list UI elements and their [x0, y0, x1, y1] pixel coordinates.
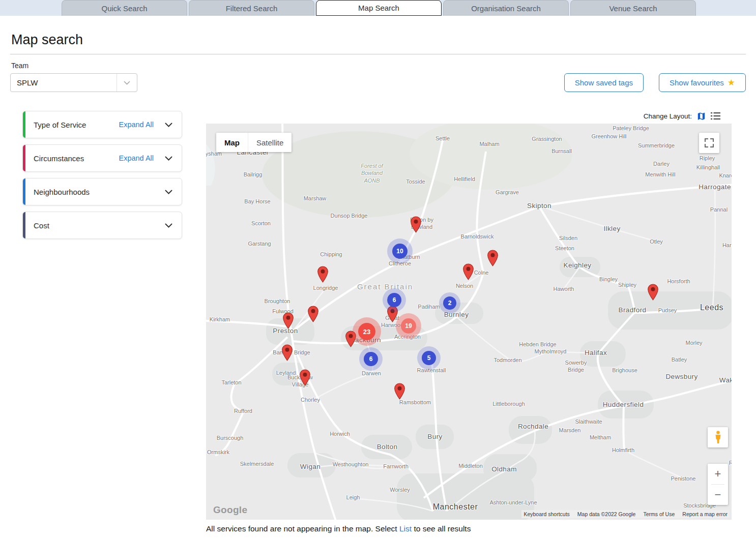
- map-canvas[interactable]: Pateley BridgeSettleMalhamGrassingtonGre…: [206, 124, 732, 520]
- show-favourites-button[interactable]: Show favourites ★: [659, 73, 746, 92]
- team-row: Team SPLW Show saved tags Show favourite…: [10, 62, 746, 92]
- results-note-after: to see all results: [414, 524, 471, 533]
- list-layout-icon[interactable]: [711, 112, 720, 120]
- tab-quick-search[interactable]: Quick Search: [62, 0, 187, 16]
- cluster-count: 23: [358, 323, 375, 340]
- tab-bar: Quick SearchFiltered SearchMap SearchOrg…: [0, 0, 756, 16]
- show-favourites-label: Show favourites: [670, 78, 724, 87]
- chevron-down-icon: [117, 74, 137, 92]
- map-type-button[interactable]: Map: [216, 133, 248, 152]
- accent-stripe: [23, 178, 25, 205]
- street-view-pegman[interactable]: [708, 427, 728, 447]
- zoom-out-button[interactable]: −: [708, 485, 728, 505]
- accent-stripe: [23, 145, 25, 171]
- fullscreen-button[interactable]: [699, 133, 719, 153]
- attribution-report-a-map-error[interactable]: Report a map error: [682, 511, 728, 517]
- filter-panel-cost[interactable]: Cost: [22, 212, 182, 239]
- cluster-count: 2: [443, 296, 456, 310]
- accent-stripe: [23, 212, 25, 238]
- expand-all-link[interactable]: Expand All: [119, 154, 154, 162]
- attribution-terms-of-use[interactable]: Terms of Use: [643, 511, 675, 517]
- team-select[interactable]: SPLW: [10, 73, 137, 92]
- team-select-value: SPLW: [17, 78, 38, 87]
- attribution-map-data-2022-google: Map data ©2022 Google: [577, 511, 636, 517]
- show-saved-tags-button[interactable]: Show saved tags: [564, 73, 644, 92]
- cluster-count: 5: [422, 351, 436, 365]
- chevron-down-icon: [165, 190, 172, 194]
- change-layout-row: Change Layout:: [206, 111, 732, 121]
- chevron-down-icon: [165, 123, 172, 127]
- map-column: Change Layout:: [206, 111, 732, 533]
- zoom-control: + −: [708, 464, 728, 505]
- filter-label: Circumstances: [34, 154, 84, 163]
- cluster-count: 6: [387, 293, 401, 307]
- cluster-count: 6: [364, 352, 378, 366]
- chevron-down-icon: [165, 223, 172, 228]
- accent-stripe: [23, 111, 25, 138]
- map-layout-icon[interactable]: [696, 111, 706, 121]
- map-cluster[interactable]: 23: [358, 323, 375, 340]
- filter-panel-type-of-service[interactable]: Type of ServiceExpand All: [22, 111, 182, 138]
- change-layout-label: Change Layout:: [644, 112, 692, 120]
- tab-map-search[interactable]: Map Search: [316, 0, 442, 16]
- tab-organisation-search[interactable]: Organisation Search: [443, 0, 569, 16]
- map-cluster[interactable]: 2: [443, 296, 456, 310]
- filter-label: Cost: [34, 221, 49, 230]
- chevron-down-icon: [165, 156, 172, 161]
- map-cluster[interactable]: 10: [392, 244, 408, 259]
- content: Map search Team SPLW Show saved tags Sho…: [0, 32, 756, 533]
- map-cluster[interactable]: 6: [364, 352, 378, 366]
- satellite-type-button[interactable]: Satellite: [248, 133, 292, 152]
- filter-list: Type of ServiceExpand AllCircumstancesEx…: [22, 111, 182, 533]
- star-icon: ★: [728, 77, 735, 88]
- filter-panel-circumstances[interactable]: CircumstancesExpand All: [22, 144, 182, 172]
- cluster-count: 19: [401, 318, 416, 334]
- title-divider: [10, 54, 746, 54]
- results-note: All services found are not appearing in …: [206, 524, 732, 533]
- filter-label: Type of Service: [34, 121, 86, 129]
- main-row: Type of ServiceExpand AllCircumstancesEx…: [10, 111, 746, 533]
- results-note-before: All services found are not appearing in …: [206, 524, 397, 533]
- pegman-icon: [714, 431, 722, 444]
- map-type-control: Map Satellite: [216, 133, 292, 152]
- fullscreen-icon: [705, 138, 714, 147]
- tab-filtered-search[interactable]: Filtered Search: [189, 0, 314, 16]
- map-cluster[interactable]: 5: [422, 351, 436, 365]
- filter-panel-neighbourhoods[interactable]: Neighbourhoods: [22, 178, 182, 205]
- zoom-in-button[interactable]: +: [708, 464, 728, 484]
- map-attribution: Keyboard shortcutsMap data ©2022 GoogleT…: [521, 510, 730, 518]
- map-cluster[interactable]: 19: [401, 318, 416, 334]
- attribution-keyboard-shortcuts[interactable]: Keyboard shortcuts: [524, 511, 569, 517]
- page-title: Map search: [11, 32, 746, 48]
- map-cluster[interactable]: 6: [387, 293, 401, 307]
- tab-venue-search[interactable]: Venue Search: [570, 0, 696, 16]
- filter-label: Neighbourhoods: [34, 188, 90, 196]
- google-logo: Google: [213, 504, 247, 516]
- map-clusters: 1062231965: [206, 124, 732, 520]
- expand-all-link[interactable]: Expand All: [119, 121, 154, 129]
- list-link[interactable]: List: [399, 524, 412, 533]
- team-label: Team: [11, 62, 137, 70]
- cluster-count: 10: [392, 244, 408, 259]
